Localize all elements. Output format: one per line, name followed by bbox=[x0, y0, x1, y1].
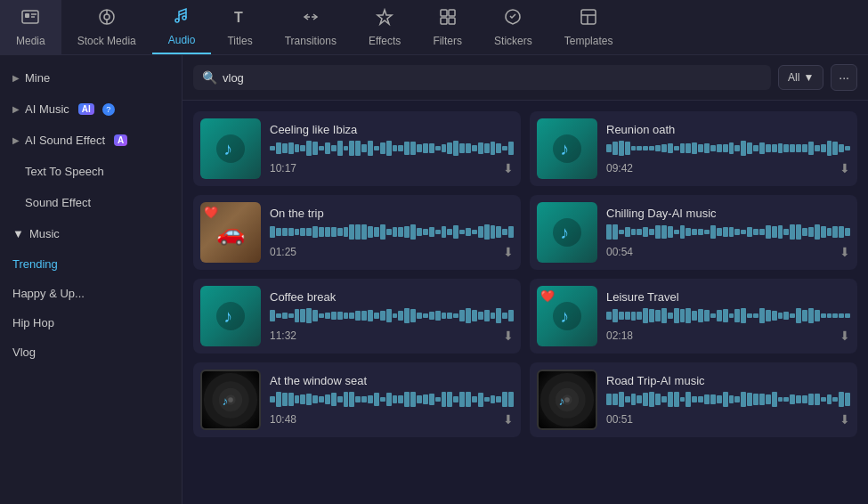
track-thumbnail: ♪ bbox=[200, 286, 261, 346]
svg-rect-0 bbox=[22, 11, 38, 23]
svg-text:♪: ♪ bbox=[560, 223, 569, 242]
svg-rect-15 bbox=[449, 10, 455, 16]
track-footer: 09:42 ⬇ bbox=[606, 161, 850, 175]
track-info: At the window seat 10:48 ⬇ bbox=[270, 374, 514, 427]
track-thumbnail: ♪ bbox=[200, 370, 261, 430]
sidebar-mine-label: Mine bbox=[25, 71, 50, 85]
svg-rect-14 bbox=[441, 10, 447, 16]
nav-media[interactable]: Media bbox=[0, 0, 61, 54]
nav-templates[interactable]: Templates bbox=[548, 0, 629, 54]
track-footer: 01:25 ⬇ bbox=[270, 245, 514, 259]
nav-filters-label: Filters bbox=[433, 35, 462, 47]
track-card[interactable]: ♪ Reunion oath 09:42 ⬇ bbox=[530, 111, 857, 186]
sidebar-hiphop-label: Hip Hop bbox=[12, 316, 54, 329]
sidebar-sub-trending[interactable]: Trending bbox=[0, 249, 182, 279]
music-grid: ♪ Ceeling like Ibiza 10:17 ⬇ ♪ Reunion o… bbox=[183, 101, 868, 504]
svg-rect-18 bbox=[581, 10, 596, 24]
track-thumbnail: ♪ bbox=[537, 370, 597, 430]
download-button[interactable]: ⬇ bbox=[840, 329, 850, 343]
stock-media-icon bbox=[97, 7, 117, 31]
sidebar-item-ai-music[interactable]: ▶ AI Music AI ? bbox=[0, 93, 182, 125]
track-card[interactable]: ♪ Ceeling like Ibiza 10:17 ⬇ bbox=[193, 111, 521, 186]
sidebar-music-label: Music bbox=[29, 227, 60, 240]
sidebar-item-text-to-speech[interactable]: Text To Speech bbox=[0, 156, 182, 187]
track-footer: 02:18 ⬇ bbox=[606, 329, 850, 343]
nav-audio[interactable]: Audio bbox=[152, 0, 212, 54]
download-button[interactable]: ⬇ bbox=[840, 412, 850, 427]
sidebar-sub-hip-hop[interactable]: Hip Hop bbox=[0, 308, 182, 337]
track-card[interactable]: ♪ Chilling Day-AI music 00:54 ⬇ bbox=[530, 195, 857, 270]
sidebar-item-ai-sound-effect[interactable]: ▶ AI Sound Effect A bbox=[0, 125, 182, 156]
sidebar-sub-vlog[interactable]: Vlog bbox=[0, 337, 182, 367]
track-card[interactable]: ♪ ❤️ Leisure Travel 02:18 ⬇ bbox=[530, 279, 857, 354]
sidebar-sub-happy[interactable]: Happy & Up... bbox=[0, 279, 182, 308]
track-waveform bbox=[606, 391, 850, 409]
track-title: Ceeling like Ibiza bbox=[270, 123, 514, 136]
track-info: Leisure Travel 02:18 ⬇ bbox=[606, 290, 850, 343]
download-button[interactable]: ⬇ bbox=[840, 161, 850, 175]
track-info: Chilling Day-AI music 00:54 ⬇ bbox=[606, 207, 850, 259]
filter-button[interactable]: All ▼ bbox=[778, 65, 823, 90]
track-duration: 02:18 bbox=[606, 329, 633, 342]
search-input-wrap[interactable]: 🔍 bbox=[193, 65, 771, 90]
download-button[interactable]: ⬇ bbox=[503, 412, 514, 427]
track-title: Leisure Travel bbox=[606, 290, 850, 304]
templates-icon bbox=[579, 7, 598, 31]
ai-music-info-icon: ? bbox=[102, 103, 115, 116]
track-duration: 11:32 bbox=[270, 329, 296, 342]
track-duration: 09:42 bbox=[606, 162, 633, 175]
mine-chevron-icon: ▶ bbox=[12, 73, 20, 83]
track-duration: 01:25 bbox=[270, 246, 296, 258]
track-thumbnail: ♪ bbox=[537, 118, 597, 179]
filter-chevron-icon: ▼ bbox=[803, 71, 814, 84]
track-waveform bbox=[270, 391, 514, 409]
track-duration: 00:51 bbox=[606, 413, 633, 426]
track-footer: 10:17 ⬇ bbox=[270, 161, 514, 175]
track-title: Reunion oath bbox=[606, 123, 850, 136]
track-info: Reunion oath 09:42 ⬇ bbox=[606, 123, 850, 175]
top-nav: Media Stock Media Audio T Titles Transit… bbox=[0, 0, 868, 55]
sidebar-item-mine[interactable]: ▶ Mine bbox=[0, 62, 182, 93]
svg-point-5 bbox=[104, 14, 110, 20]
track-card[interactable]: ♪ Road Trip-AI music 00:51 ⬇ bbox=[530, 362, 857, 437]
nav-media-label: Media bbox=[16, 35, 45, 47]
track-card[interactable]: 🚗 ❤️ On the trip 01:25 ⬇ bbox=[193, 195, 521, 270]
track-duration: 00:54 bbox=[606, 246, 633, 258]
track-footer: 10:48 ⬇ bbox=[270, 412, 514, 427]
ai-music-chevron-icon: ▶ bbox=[12, 104, 20, 114]
nav-titles-label: Titles bbox=[227, 35, 252, 47]
search-icon: 🔍 bbox=[202, 70, 217, 85]
nav-titles[interactable]: T Titles bbox=[211, 0, 268, 54]
track-card[interactable]: ♪ Coffee break 11:32 ⬇ bbox=[193, 279, 521, 354]
track-card[interactable]: ♪ At the window seat 10:48 ⬇ bbox=[193, 362, 521, 437]
nav-templates-label: Templates bbox=[564, 35, 613, 47]
track-duration: 10:48 bbox=[270, 413, 296, 426]
nav-stock-media[interactable]: Stock Media bbox=[61, 0, 152, 54]
download-button[interactable]: ⬇ bbox=[503, 161, 514, 175]
nav-transitions[interactable]: Transitions bbox=[269, 0, 353, 54]
download-button[interactable]: ⬇ bbox=[503, 245, 514, 259]
svg-text:♪: ♪ bbox=[559, 394, 565, 408]
download-button[interactable]: ⬇ bbox=[840, 245, 850, 259]
stickers-icon bbox=[503, 7, 523, 31]
sidebar-ai-sound-label: AI Sound Effect bbox=[25, 134, 105, 147]
nav-filters[interactable]: Filters bbox=[417, 0, 478, 54]
download-button[interactable]: ⬇ bbox=[503, 329, 514, 343]
sidebar-item-music[interactable]: ▼ Music bbox=[0, 218, 182, 249]
track-waveform bbox=[270, 140, 514, 158]
sidebar-sound-effect-label: Sound Effect bbox=[25, 196, 91, 209]
sidebar-item-sound-effect[interactable]: Sound Effect bbox=[0, 187, 182, 218]
nav-stickers[interactable]: Stickers bbox=[478, 0, 548, 54]
track-waveform bbox=[270, 307, 514, 325]
svg-point-35 bbox=[228, 397, 233, 402]
svg-text:♪: ♪ bbox=[560, 306, 569, 326]
search-input[interactable] bbox=[223, 71, 762, 85]
filter-label: All bbox=[788, 71, 799, 84]
track-footer: 11:32 ⬇ bbox=[270, 329, 514, 343]
more-options-button[interactable]: ··· bbox=[831, 64, 857, 91]
track-title: At the window seat bbox=[270, 374, 514, 387]
nav-effects[interactable]: Effects bbox=[353, 0, 417, 54]
ai-badge: AI bbox=[78, 103, 94, 115]
transitions-icon bbox=[301, 7, 320, 31]
track-thumbnail: ♪ bbox=[200, 118, 261, 179]
